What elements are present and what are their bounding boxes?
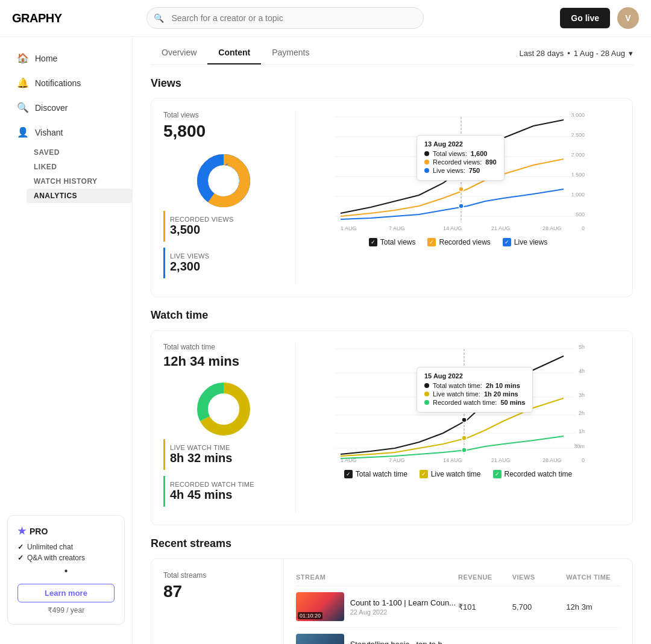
stream-info-1[interactable]: Storytelling basic - top to b... 20 Aug … <box>350 640 458 645</box>
tab-payments[interactable]: Payments <box>261 42 320 64</box>
check-icon-2: ✓ <box>17 554 24 562</box>
search-icon: 🔍 <box>154 13 164 23</box>
col-views: VIEWS <box>512 574 567 581</box>
views-live-value: 2,300 <box>170 260 209 274</box>
stream-duration-0: 01:10:20 <box>298 612 322 619</box>
views-recorded-value: 3,500 <box>170 223 234 237</box>
recent-streams-section: Recent streams Total streams 87 STREAM R… <box>151 537 633 644</box>
views-live-row: LIVE VIEWS 2,300 <box>163 248 283 278</box>
stream-watchtime-0: 12h 3m <box>566 602 620 611</box>
stream-info-0[interactable]: Count to 1-100 | Learn Coun... 22 Aug 20… <box>350 598 458 616</box>
pro-feature-qa-label: Q&A with creators <box>27 554 85 562</box>
watch-time-stats-left: Total watch time 12h 34 mins LIVE WAT <box>163 343 296 513</box>
total-streams-box: Total streams 87 <box>151 559 284 644</box>
star-icon: ★ <box>17 525 26 537</box>
svg-text:0: 0 <box>582 225 585 231</box>
stream-thumb-1: 01:34:32 <box>296 634 344 644</box>
svg-text:0: 0 <box>582 457 585 463</box>
watch-time-live-row: LIVE WATCH TIME 8h 32 mins <box>163 439 283 470</box>
streams-inner: Total streams 87 STREAM REVENUE VIEWS WA… <box>151 559 632 644</box>
streams-table-wrap: STREAM REVENUE VIEWS WATCH TIME 01 <box>284 559 632 644</box>
svg-text:1h: 1h <box>579 428 585 434</box>
stream-title-0: Count to 1-100 | Learn Coun... <box>350 598 458 607</box>
watch-time-total-value: 12h 34 mins <box>163 354 283 369</box>
svg-point-5 <box>210 167 237 194</box>
date-filter[interactable]: Last 28 days • 1 Aug - 28 Aug ▾ <box>519 49 633 58</box>
svg-point-52 <box>462 448 467 452</box>
sidebar-item-home[interactable]: 🏠 Home <box>5 46 127 70</box>
legend-total-watch-check: ✓ <box>344 470 353 478</box>
col-revenue: REVENUE <box>458 574 512 581</box>
svg-text:30m: 30m <box>574 443 585 449</box>
tooltip-total-val: 1,600 <box>471 150 488 157</box>
legend-total-check: ✓ <box>369 238 377 246</box>
tooltip-live-dot <box>424 168 429 173</box>
views-chart-legend: ✓ Total views ✓ Recorded views ✓ Live vi… <box>308 238 608 246</box>
watch-time-title: Watch time <box>151 309 633 322</box>
views-live-label: LIVE VIEWS <box>170 252 209 260</box>
wt-tooltip-recorded-val: 50 mins <box>500 399 525 406</box>
sidebar-item-notifications-label: Notifications <box>35 78 81 88</box>
legend-live-views[interactable]: ✓ Live views <box>503 238 547 246</box>
search-input[interactable] <box>146 7 424 29</box>
legend-total-views[interactable]: ✓ Total views <box>369 238 416 246</box>
watch-time-donut-chart <box>193 379 254 439</box>
tab-overview[interactable]: Overview <box>151 42 207 64</box>
content-area: Overview Content Payments Last 28 days •… <box>133 37 651 644</box>
bell-icon: 🔔 <box>17 77 29 89</box>
tab-content[interactable]: Content <box>207 42 261 64</box>
legend-recorded-check: ✓ <box>427 238 436 246</box>
legend-live-label: Live views <box>514 238 547 246</box>
legend-recorded-watch-check: ✓ <box>493 470 502 478</box>
wt-tooltip-recorded-dot <box>424 400 429 405</box>
sub-nav-saved[interactable]: SAVED <box>27 145 132 160</box>
tooltip-live-label: Live views: <box>433 167 465 174</box>
tab-list: Overview Content Payments <box>151 42 321 64</box>
avatar[interactable]: V <box>617 7 639 29</box>
views-tooltip: 13 Aug 2022 Total views: 1,600 Recorded … <box>417 135 505 181</box>
sidebar-item-notifications[interactable]: 🔔 Notifications <box>5 71 127 95</box>
wt-tooltip-live-dot <box>424 392 429 396</box>
sub-nav-watch-history[interactable]: WATCH HISTORY <box>27 174 132 189</box>
watch-time-chart-right: 5h 4h 3h 2h 1h 30m 0 <box>296 343 620 513</box>
tooltip-recorded-val: 890 <box>485 158 496 166</box>
stream-title-1: Storytelling basic - top to b... <box>350 640 458 645</box>
watch-time-tooltip: 15 Aug 2022 Total watch time: 2h 10 mins… <box>417 367 533 413</box>
svg-point-30 <box>210 396 237 422</box>
legend-recorded-watch[interactable]: ✓ Recorded watch time <box>493 470 573 478</box>
svg-text:21 AUG: 21 AUG <box>491 225 511 231</box>
home-icon: 🏠 <box>17 52 29 64</box>
views-card: Total views 5,800 <box>151 98 633 297</box>
watch-time-card: Total watch time 12h 34 mins LIVE WAT <box>151 330 633 525</box>
watch-time-section: Watch time Total watch time 12h 34 mins <box>151 309 633 525</box>
col-watch-time: WATCH TIME <box>566 574 620 581</box>
table-row: 01:10:20 Count to 1-100 | Learn Coun... … <box>296 586 620 628</box>
legend-recorded-label: Recorded views <box>439 238 490 246</box>
sub-nav-liked[interactable]: LIKED <box>27 160 132 174</box>
search-bar: 🔍 <box>146 7 424 29</box>
views-total-value: 5,800 <box>163 122 283 141</box>
svg-text:28 AUG: 28 AUG <box>542 225 562 231</box>
wt-tooltip-date: 15 Aug 2022 <box>424 372 525 380</box>
legend-total-watch[interactable]: ✓ Total watch time <box>344 470 407 478</box>
sidebar-item-vishant[interactable]: 👤 Vishant <box>5 120 127 144</box>
svg-text:1 AUG: 1 AUG <box>341 225 357 231</box>
learn-more-button[interactable]: Learn more <box>17 584 115 602</box>
legend-live-watch[interactable]: ✓ Live watch time <box>420 470 481 478</box>
go-live-button[interactable]: Go live <box>560 8 610 28</box>
views-recorded-label: RECORDED VIEWS <box>170 216 234 223</box>
views-title: Views <box>151 77 633 90</box>
svg-text:2h: 2h <box>579 410 585 416</box>
bullet: • <box>567 49 570 58</box>
discover-icon: 🔍 <box>17 102 29 113</box>
legend-live-watch-check: ✓ <box>420 470 428 478</box>
sidebar-item-discover[interactable]: 🔍 Discover <box>5 96 127 119</box>
views-chart-right: 3,000 2,500 2,000 1,500 1,000 500 0 <box>296 111 620 284</box>
views-recorded-row: RECORDED VIEWS 3,500 <box>163 211 283 242</box>
legend-recorded-views[interactable]: ✓ Recorded views <box>427 238 490 246</box>
pro-price: ₹499 / year <box>17 606 115 614</box>
total-streams-value: 87 <box>163 582 271 601</box>
watch-time-live-value: 8h 32 mins <box>170 451 232 465</box>
sub-nav-analytics[interactable]: ANALYTICS <box>27 189 132 203</box>
svg-text:4h: 4h <box>579 368 585 374</box>
